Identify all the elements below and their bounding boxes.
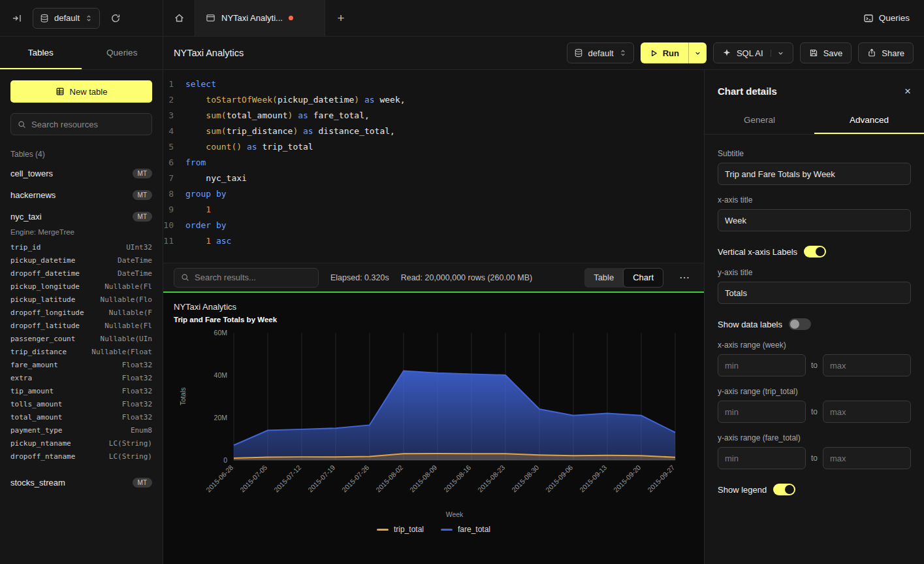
tab-strip: NYTaxi Analyti... + <box>163 0 357 36</box>
yrange-trip-max-input[interactable] <box>823 401 911 423</box>
xaxis-title-input[interactable] <box>718 209 911 231</box>
svg-text:60M: 60M <box>214 329 227 337</box>
table-view-button[interactable]: Table <box>584 268 623 288</box>
sidebar-tab-tables[interactable]: Tables <box>0 37 82 69</box>
new-table-button[interactable]: New table <box>10 80 152 103</box>
queries-button[interactable]: Queries <box>863 13 910 24</box>
svg-text:2015-07-05: 2015-07-05 <box>238 463 269 494</box>
tab-advanced[interactable]: Advanced <box>814 108 924 134</box>
sql-editor[interactable]: 1select2 toStartOfWeek(pickup_datetime) … <box>163 70 704 263</box>
line-number: 7 <box>163 171 185 186</box>
chevron-down-icon <box>777 50 784 57</box>
column-row: dropoff_datetimeDateTime <box>0 267 163 280</box>
updown-chevrons-icon <box>619 48 627 58</box>
column-row: dropoff_latitudeNullable(Fl <box>0 319 163 332</box>
editor-line: 8group by <box>163 186 704 202</box>
data-labels-toggle[interactable] <box>789 318 811 330</box>
xrange-max-input[interactable] <box>823 354 911 376</box>
engine-badge: MT <box>133 212 152 222</box>
sql-ai-label: SQL AI <box>737 48 763 58</box>
run-dropdown-caret[interactable] <box>688 42 707 63</box>
save-button[interactable]: Save <box>800 42 852 63</box>
svg-text:2015-08-09: 2015-08-09 <box>408 463 439 494</box>
subtitle-field-label: Subtitle <box>718 149 911 158</box>
database-selector-value: default <box>54 13 80 23</box>
yaxis-title-input[interactable] <box>718 282 911 304</box>
database-selector[interactable]: default <box>33 8 100 29</box>
column-row: passenger_countNullable(UIn <box>0 332 163 345</box>
table-item[interactable]: stocks_streamMT <box>0 472 163 493</box>
queries-label: Queries <box>879 13 910 23</box>
chevron-down-icon <box>694 50 701 57</box>
table-item[interactable]: cell_towersMT <box>0 163 163 184</box>
close-panel-button[interactable]: × <box>904 86 911 97</box>
chart-view-button[interactable]: Chart <box>623 268 663 288</box>
home-tab[interactable] <box>163 0 195 36</box>
workspace: NYTaxi Analytics default Run <box>163 37 924 564</box>
subtitle-input[interactable] <box>718 163 911 185</box>
svg-text:2015-09-27: 2015-09-27 <box>646 463 677 494</box>
collapse-sidebar-button[interactable] <box>9 10 25 26</box>
legend-item[interactable]: fare_total <box>441 525 490 534</box>
table-name: nyc_taxi <box>10 212 133 222</box>
line-number: 3 <box>163 108 185 124</box>
table-name: stocks_stream <box>10 478 133 488</box>
sidebar-tab-queries[interactable]: Queries <box>82 37 163 69</box>
svg-text:2015-08-02: 2015-08-02 <box>374 463 405 494</box>
yrange-trip-label: y-axis range (trip_total) <box>718 387 911 396</box>
read-stats-text: Read: 20,000,000 rows (260.00 MB) <box>401 273 533 282</box>
editor-line: 2 toStartOfWeek(pickup_datetime) as week… <box>163 92 704 108</box>
share-button[interactable]: Share <box>858 42 914 63</box>
search-resources-input[interactable] <box>31 120 145 129</box>
column-row: pickup_datetimeDateTime <box>0 254 163 267</box>
tab-general[interactable]: General <box>705 108 814 134</box>
xrange-min-input[interactable] <box>718 354 806 376</box>
new-table-label: New table <box>70 87 108 97</box>
svg-text:2015-09-13: 2015-09-13 <box>578 463 609 494</box>
column-row: dropoff_longitudeNullable(F <box>0 306 163 319</box>
column-row: pickup_ntanameLC(String) <box>0 437 163 450</box>
refresh-icon <box>110 13 121 24</box>
new-tab-button[interactable]: + <box>325 0 357 36</box>
column-row: fare_amountFloat32 <box>0 358 163 371</box>
table-item[interactable]: nyc_taxiMT <box>0 206 163 227</box>
sql-ai-button[interactable]: SQL AI <box>713 42 793 63</box>
column-row: payment_typeEnum8 <box>0 423 163 437</box>
search-resources-box[interactable] <box>10 113 152 135</box>
results-toolbar: Elapsed: 0.320s Read: 20,000,000 rows (2… <box>163 263 704 293</box>
query-tab[interactable]: NYTaxi Analyti... <box>195 0 325 36</box>
results-chart[interactable]: 020M40M60MTotals2015-06-282015-07-052015… <box>174 326 693 522</box>
column-row: extraFloat32 <box>0 371 163 384</box>
column-row: dropoff_ntanameLC(String) <box>0 450 163 463</box>
close-icon: × <box>904 85 911 97</box>
run-button[interactable]: Run <box>641 42 707 63</box>
run-database-value: default <box>588 48 614 58</box>
panel-header: Chart details × <box>705 70 924 108</box>
chart-legend: trip_totalfare_total <box>174 522 693 538</box>
vertical-xaxis-toggle[interactable] <box>804 246 826 257</box>
run-button-main[interactable]: Run <box>641 42 688 63</box>
legend-item[interactable]: trip_total <box>377 525 424 534</box>
sql-ai-dropdown-caret[interactable] <box>771 50 784 57</box>
chart-details-panel: Chart details × General Advanced Subtitl… <box>704 70 924 564</box>
chart-subtitle: Trip and Fare Totals by Week <box>174 316 693 323</box>
search-results-box[interactable] <box>174 268 319 288</box>
table-item[interactable]: hackernewsMT <box>0 184 163 206</box>
more-options-button[interactable]: ⋯ <box>675 270 693 285</box>
svg-text:0: 0 <box>223 456 227 464</box>
save-icon <box>809 48 818 58</box>
panel-body: Subtitle x-axis title Vertical x-axis La… <box>705 135 924 564</box>
column-row: tip_amountFloat32 <box>0 384 163 397</box>
show-legend-toggle[interactable] <box>773 484 795 495</box>
search-results-input[interactable] <box>195 273 311 282</box>
yrange-trip-min-input[interactable] <box>718 401 806 423</box>
column-row: trip_idUInt32 <box>0 241 163 254</box>
yrange-fare-max-input[interactable] <box>823 447 911 469</box>
yaxis-title-label: y-axis title <box>718 268 911 277</box>
run-database-selector[interactable]: default <box>567 42 634 63</box>
refresh-button[interactable] <box>108 10 123 26</box>
editor-line: 1select <box>163 76 704 92</box>
to-text: to <box>811 361 818 370</box>
yrange-fare-min-input[interactable] <box>718 447 806 469</box>
svg-text:2015-09-20: 2015-09-20 <box>612 463 643 494</box>
